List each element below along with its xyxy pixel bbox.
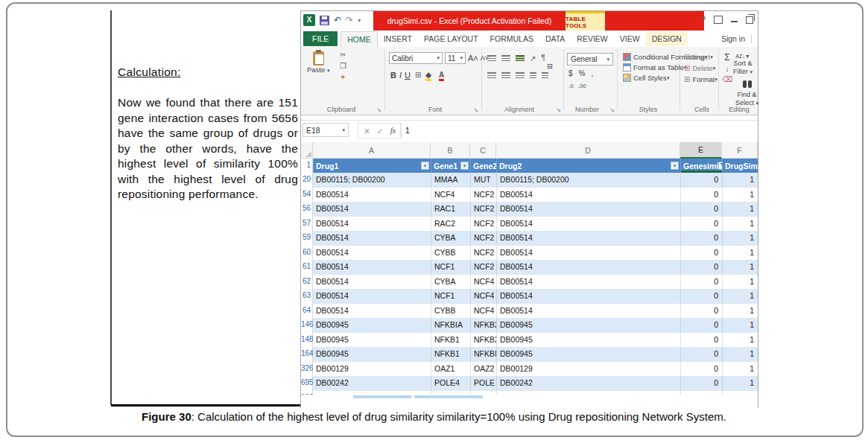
cell-genesimi[interactable]: 0 [680,376,722,391]
enter-icon[interactable]: ✓ [377,127,384,135]
paste-button[interactable]: Paste ▾ [307,51,329,74]
cell-drug1[interactable]: DB00514 [313,246,431,261]
cell-drug1[interactable]: DB00514 [313,260,431,275]
cell-drug2[interactable]: DB00514 [496,275,680,290]
decrease-indent-icon[interactable] [530,72,536,78]
row-number[interactable]: 326 [301,362,313,377]
cell-gene2[interactable]: NFKB2 [470,333,496,348]
cell-drugsimi[interactable]: 1 [722,188,758,203]
row-number[interactable]: 146 [301,318,313,333]
align-middle-icon[interactable] [501,55,510,61]
cell-gene1[interactable]: CYBB [431,304,470,319]
cell-genesimi[interactable]: 0 [680,362,722,377]
row-number[interactable]: 62 [301,275,313,290]
comma-icon[interactable]: , [591,69,593,77]
cell-drugsimi[interactable]: 1 [722,173,758,188]
cell-gene2[interactable]: POLE [470,376,496,391]
column-letter-c[interactable]: C [470,142,496,159]
cell-drug1[interactable]: DB00945 [313,333,431,348]
cell-drugsimi[interactable]: 1 [722,231,758,246]
fill-color-icon[interactable]: ◆ [425,71,431,79]
borders-icon[interactable]: ⊞ [415,71,421,80]
number-format-select[interactable]: General▾ [567,53,613,66]
cell-gene2[interactable]: NFKB2 [470,318,496,333]
cell-genesimi[interactable]: 0 [680,188,722,203]
cell-genesimi[interactable]: 0 [680,304,722,319]
row-number[interactable]: 57 [301,217,313,232]
cell-drug2[interactable]: DB00514 [496,304,680,319]
cell-drug2[interactable]: DB00514 [496,188,680,203]
row-number[interactable]: 20 [301,173,313,188]
cell-drug2[interactable]: DB00514 [496,231,680,246]
cell-gene1[interactable]: NFKBIA [431,318,470,333]
select-all-corner[interactable] [301,142,313,159]
clear-icon[interactable]: ⌫ [722,75,732,83]
cell-genesimi[interactable]: 0 [680,231,722,246]
cell-drugsimi[interactable]: 1 [722,260,758,275]
align-left-icon[interactable] [487,72,496,78]
cell-genesimi[interactable]: 0 [680,289,722,304]
cell-drug1[interactable]: DB00514 [313,289,431,304]
insert-button[interactable]: ⊞ Insert▾ [684,53,717,61]
ribbon-options-icon[interactable] [714,16,723,24]
column-letter-b[interactable]: B [431,142,470,159]
cell-genesimi[interactable]: 0 [680,173,722,188]
format-button[interactable]: ⊞ Format▾ [684,75,717,83]
cell-drugsimi[interactable]: 1 [722,289,758,304]
cell-gene2[interactable]: NCF4 [470,289,496,304]
copy-icon[interactable]: ❐ [340,62,346,71]
alignment-dialog-launcher[interactable]: ↘ [556,106,561,113]
row-number[interactable]: 56 [301,202,313,217]
italic-button[interactable]: I [399,71,402,80]
cell-gene1[interactable]: NCF4 [431,188,470,203]
cell-gene1[interactable]: POLE4 [431,376,470,391]
cell-drugsimi[interactable]: 1 [722,347,758,362]
cell-gene1[interactable]: CYBA [431,275,470,290]
cell-gene2[interactable]: NCF2 [470,260,496,275]
cell-gene1[interactable]: RAC2 [431,217,470,232]
cell-gene1[interactable]: MMAA [431,173,470,188]
cell-drug2[interactable]: DB00115; DB00200 [496,173,680,188]
row-number[interactable]: 64 [301,304,313,319]
cell-gene1[interactable]: NFKB1 [431,347,470,362]
cell-drugsimi[interactable]: 1 [722,202,758,217]
cell-drug2[interactable]: DB00945 [496,318,680,333]
undo-icon[interactable]: ↶ [334,15,341,25]
cell-drug1[interactable]: DB00514 [313,202,431,217]
cell-gene2[interactable]: NCF2 [470,188,496,203]
cell-genesimi[interactable]: 0 [680,246,722,261]
font-color-icon[interactable]: A [439,71,444,79]
cell-drug1[interactable]: DB00514 [313,217,431,232]
column-letter-d[interactable]: D [496,142,680,159]
font-size-select[interactable]: 11▾ [445,52,466,64]
align-bottom-icon[interactable] [516,55,525,61]
cell-gene1[interactable]: CYBA [431,231,470,246]
wrap-text-icon[interactable]: ¶ [541,54,545,63]
cell-drug2[interactable]: DB00129 [496,362,680,377]
cell-drug1[interactable]: DB00129 [313,362,431,377]
format-painter-icon[interactable]: ✦ [340,73,346,82]
cell-drug2[interactable]: DB00945 [496,333,680,348]
tab-data[interactable]: DATA [539,31,571,46]
increase-decimal-icon[interactable]: .0 [568,83,574,89]
sheet-tab[interactable] [353,395,411,398]
cell-drug1[interactable]: DB00514 [313,188,431,203]
cancel-icon[interactable]: ✕ [364,127,370,135]
cell-drug2[interactable]: DB00514 [496,202,680,217]
cell-genesimi[interactable]: 0 [680,202,722,217]
cell-gene2[interactable]: NCF4 [470,275,496,290]
column-letter-a[interactable]: A [313,142,431,159]
row-number[interactable]: 61 [301,260,313,275]
help-icon[interactable]: ? [701,15,706,24]
insert-function-icon[interactable]: fx [390,127,396,135]
cell-genesimi[interactable]: 0 [680,275,722,290]
align-center-icon[interactable] [501,72,510,78]
filter-dropdown-icon[interactable]: ▼ [460,162,469,170]
cell-gene2[interactable]: NFKBIA [470,347,496,362]
bold-button[interactable]: B [390,71,396,80]
sign-in-link[interactable]: Sign in [721,34,752,43]
font-name-select[interactable]: Calibri▾ [389,52,443,64]
cell-gene2[interactable]: NCF2 [470,217,496,232]
filter-dropdown-icon[interactable]: ▼ [421,162,429,170]
save-icon[interactable] [320,16,329,25]
